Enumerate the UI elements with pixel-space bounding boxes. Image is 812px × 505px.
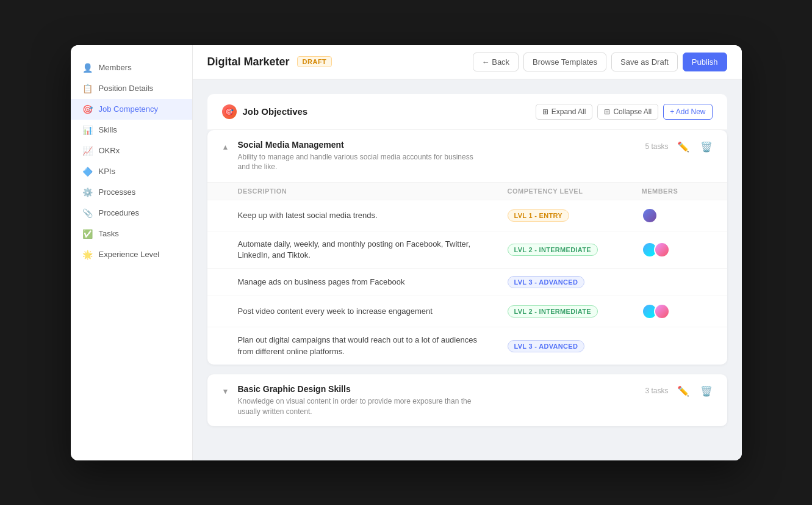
sidebar-label-position-details: Position Details <box>99 84 154 93</box>
sidebar-label-job-competency: Job Competency <box>99 104 159 114</box>
collapse-toggle[interactable]: ▲ <box>220 141 232 153</box>
sidebar-label-kpis: KPIs <box>99 167 115 176</box>
header-left: Digital Marketer DRAFT <box>207 56 332 68</box>
draft-badge: DRAFT <box>297 56 332 67</box>
tasks-count: 5 tasks <box>645 142 668 151</box>
main-area: Digital Marketer DRAFT ← Back Browse Tem… <box>193 45 742 460</box>
sidebar-item-procedures[interactable]: 📎 Procedures <box>71 203 192 223</box>
experience-level-icon: 🌟 <box>83 250 93 260</box>
sidebar-label-members: Members <box>99 63 132 72</box>
sidebar-item-skills[interactable]: 📊 Skills <box>71 120 192 140</box>
collapse-icon: ⊟ <box>604 107 610 116</box>
tasks-count: 3 tasks <box>645 387 668 395</box>
objective-header-right: 5 tasks ✏️ 🗑️ <box>645 140 714 154</box>
competency-badge: LVL 3 - ADVANCED <box>508 276 585 288</box>
objective-title: Social Media Management <box>238 140 482 150</box>
header: Digital Marketer DRAFT ← Back Browse Tem… <box>193 45 742 79</box>
task-description: Automate daily, weekly, and monthly post… <box>238 239 508 261</box>
sidebar-item-okrx[interactable]: 📈 OKRx <box>71 140 192 161</box>
objective-card-graphic-design: ▼ Basic Graphic Design Skills Knowledge … <box>207 374 727 427</box>
sidebar-item-processes[interactable]: ⚙️ Processes <box>71 182 192 203</box>
sidebar-label-okrx: OKRx <box>99 146 120 155</box>
desc-header: DESCRIPTION <box>238 187 508 195</box>
kpis-icon: 🔷 <box>83 167 93 176</box>
section-title-row: 🎯 Job Objectives <box>222 104 308 119</box>
objective-header: ▼ Basic Graphic Design Skills Knowledge … <box>207 374 727 427</box>
header-actions: ← Back Browse Templates Save as Draft Pu… <box>473 53 727 71</box>
objective-info: Basic Graphic Design Skills Knowledge on… <box>238 384 482 417</box>
sidebar-label-processes: Processes <box>99 187 136 197</box>
section-header: 🎯 Job Objectives ⊞ Expand All ⊟ Collapse… <box>207 94 727 130</box>
objective-description: Ability to manage and handle various soc… <box>238 152 482 173</box>
section-actions: ⊞ Expand All ⊟ Collapse All + Add New <box>536 104 713 120</box>
competency-cell: LVL 2 - INTERMEDIATE <box>508 244 642 256</box>
publish-button[interactable]: Publish <box>683 53 727 71</box>
expand-icon: ⊞ <box>542 107 548 116</box>
objective-header: ▲ Social Media Management Ability to man… <box>207 130 727 183</box>
task-row: Post video content every week to increas… <box>207 296 727 327</box>
content-area: 🎯 Job Objectives ⊞ Expand All ⊟ Collapse… <box>193 79 742 460</box>
collapse-all-label: Collapse All <box>613 107 652 116</box>
sidebar-item-kpis[interactable]: 🔷 KPIs <box>71 161 192 182</box>
delete-button[interactable]: 🗑️ <box>698 140 715 154</box>
sidebar-item-experience-level[interactable]: 🌟 Experience Level <box>71 244 192 265</box>
edit-button[interactable]: ✏️ <box>675 384 692 398</box>
save-draft-button[interactable]: Save as Draft <box>611 53 678 71</box>
task-row: Keep up with latest social media trends.… <box>207 200 727 231</box>
app-window: 👤 Members 📋 Position Details 🎯 Job Compe… <box>71 45 742 460</box>
objectives-container: ▲ Social Media Management Ability to man… <box>207 130 727 427</box>
task-row: Automate daily, weekly, and monthly post… <box>207 231 727 268</box>
member-avatar <box>654 303 670 319</box>
add-new-button[interactable]: + Add New <box>663 104 712 120</box>
sidebar-item-position-details[interactable]: 📋 Position Details <box>71 78 192 99</box>
job-competency-icon: 🎯 <box>83 104 93 114</box>
competency-cell: LVL 2 - INTERMEDIATE <box>508 305 642 318</box>
competency-badge: LVL 3 - ADVANCED <box>508 340 585 352</box>
browse-templates-button[interactable]: Browse Templates <box>523 53 606 71</box>
okrx-icon: 📈 <box>83 146 93 156</box>
sidebar-label-experience-level: Experience Level <box>99 250 160 259</box>
position-details-icon: 📋 <box>83 84 93 93</box>
collapse-all-button[interactable]: ⊟ Collapse All <box>597 104 658 120</box>
objective-description: Knowledge on visual content in order to … <box>238 396 482 417</box>
page-title: Digital Marketer <box>207 56 290 68</box>
collapse-toggle[interactable]: ▼ <box>220 385 232 398</box>
tasks-icon: ✅ <box>83 229 93 239</box>
back-button[interactable]: ← Back <box>473 53 519 71</box>
objective-card-social-media: ▲ Social Media Management Ability to man… <box>207 130 727 365</box>
sidebar: 👤 Members 📋 Position Details 🎯 Job Compe… <box>71 45 193 460</box>
task-description: Post video content every week to increas… <box>238 306 508 317</box>
sidebar-label-skills: Skills <box>99 125 117 134</box>
objectives-icon: 🎯 <box>222 104 237 119</box>
competency-header: COMPETENCY LEVEL <box>508 187 642 195</box>
sidebar-item-job-competency[interactable]: 🎯 Job Competency <box>71 99 192 120</box>
sidebar-item-tasks[interactable]: ✅ Tasks <box>71 223 192 244</box>
task-description: Manage ads on business pages from Facebo… <box>238 277 508 288</box>
competency-badge: LVL 2 - INTERMEDIATE <box>508 244 598 256</box>
edit-button[interactable]: ✏️ <box>675 140 692 154</box>
table-header: DESCRIPTION COMPETENCY LEVEL MEMBERS <box>207 183 727 200</box>
task-row: Plan out digital campaigns that would re… <box>207 327 727 364</box>
section-title: Job Objectives <box>243 106 308 117</box>
objective-header-right: 3 tasks ✏️ 🗑️ <box>645 384 714 398</box>
task-row: Manage ads on business pages from Facebo… <box>207 268 727 296</box>
member-avatar <box>642 208 658 223</box>
competency-badge: LVL 2 - INTERMEDIATE <box>508 305 598 318</box>
members-header: MEMBERS <box>642 187 715 195</box>
expand-all-button[interactable]: ⊞ Expand All <box>536 104 593 120</box>
members-cell <box>642 208 715 223</box>
delete-button[interactable]: 🗑️ <box>698 384 715 398</box>
competency-cell: LVL 3 - ADVANCED <box>508 340 642 352</box>
members-icon: 👤 <box>83 63 93 73</box>
task-table: DESCRIPTION COMPETENCY LEVEL MEMBERS Kee… <box>207 183 727 365</box>
objective-title: Basic Graphic Design Skills <box>238 384 482 394</box>
objective-info: Social Media Management Ability to manag… <box>238 140 482 173</box>
task-description: Plan out digital campaigns that would re… <box>238 335 508 357</box>
sidebar-item-members[interactable]: 👤 Members <box>71 57 192 78</box>
processes-icon: ⚙️ <box>83 187 93 197</box>
skills-icon: 📊 <box>83 125 93 135</box>
member-avatar <box>654 242 670 258</box>
sidebar-label-procedures: Procedures <box>99 208 139 217</box>
expand-all-label: Expand All <box>552 107 586 116</box>
competency-cell: LVL 1 - ENTRY <box>508 209 642 222</box>
